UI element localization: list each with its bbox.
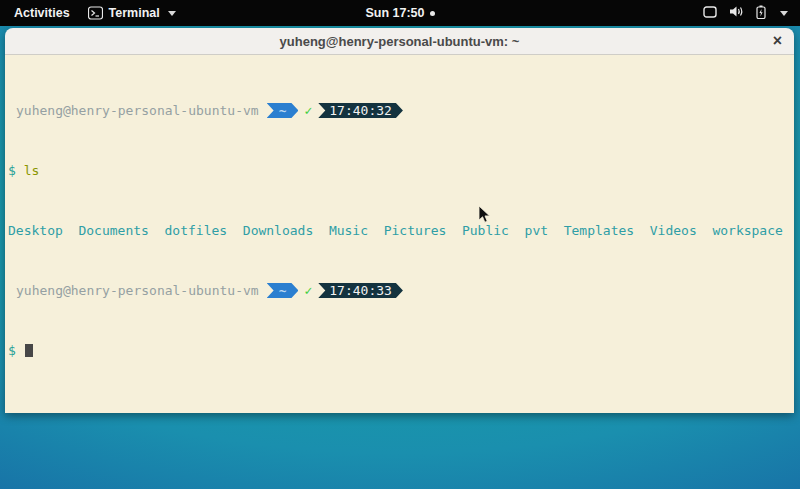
close-icon[interactable]: × xyxy=(773,31,782,51)
prompt-user: yuheng@henry-personal-ubuntu-vm xyxy=(8,283,259,298)
prompt-symbol: $ xyxy=(8,163,16,178)
status-check-icon: ✓ xyxy=(304,283,312,298)
window-titlebar[interactable]: yuheng@henry-personal-ubuntu-vm: ~ × xyxy=(5,28,794,55)
terminal-icon xyxy=(88,6,103,20)
prompt-symbol: $ xyxy=(8,343,16,358)
activities-button[interactable]: Activities xyxy=(10,4,74,22)
chevron-down-icon xyxy=(168,11,176,16)
system-tray[interactable] xyxy=(703,5,800,22)
command-line: $ ls xyxy=(8,163,792,178)
status-check-icon: ✓ xyxy=(304,103,312,118)
prompt-user: yuheng@henry-personal-ubuntu-vm xyxy=(8,103,259,118)
app-menu-label: Terminal xyxy=(109,6,160,20)
top-bar: Activities Terminal Sun 17:50 xyxy=(0,0,800,26)
input-line[interactable]: $ xyxy=(8,343,792,358)
display-icon xyxy=(703,6,717,21)
clock-label[interactable]: Sun 17:50 xyxy=(365,6,424,20)
prompt-line-2: yuheng@henry-personal-ubuntu-vm ~ ✓ 17:4… xyxy=(8,283,792,298)
volume-icon xyxy=(729,5,744,21)
battery-charging-icon xyxy=(756,5,766,22)
terminal-screen[interactable]: yuheng@henry-personal-ubuntu-vm ~ ✓ 17:4… xyxy=(5,55,794,413)
prompt-time-segment: 17:40:32 xyxy=(318,103,403,118)
directory-list: Desktop Documents dotfiles Downloads Mus… xyxy=(8,223,783,238)
ls-output-line: Desktop Documents dotfiles Downloads Mus… xyxy=(8,223,792,238)
prompt-path-segment: ~ xyxy=(267,103,299,118)
window-title: yuheng@henry-personal-ubuntu-vm: ~ xyxy=(280,34,520,49)
notification-dot-icon xyxy=(430,11,435,16)
prompt-path-segment: ~ xyxy=(267,283,299,298)
terminal-window: yuheng@henry-personal-ubuntu-vm: ~ × yuh… xyxy=(5,28,794,413)
typed-command: ls xyxy=(24,163,40,178)
chevron-down-icon xyxy=(780,11,788,16)
top-bar-left: Activities Terminal xyxy=(0,4,176,22)
prompt-time-segment: 17:40:33 xyxy=(318,283,403,298)
prompt-line-1: yuheng@henry-personal-ubuntu-vm ~ ✓ 17:4… xyxy=(8,103,792,118)
text-cursor xyxy=(25,344,33,357)
app-menu-terminal[interactable]: Terminal xyxy=(88,6,176,20)
